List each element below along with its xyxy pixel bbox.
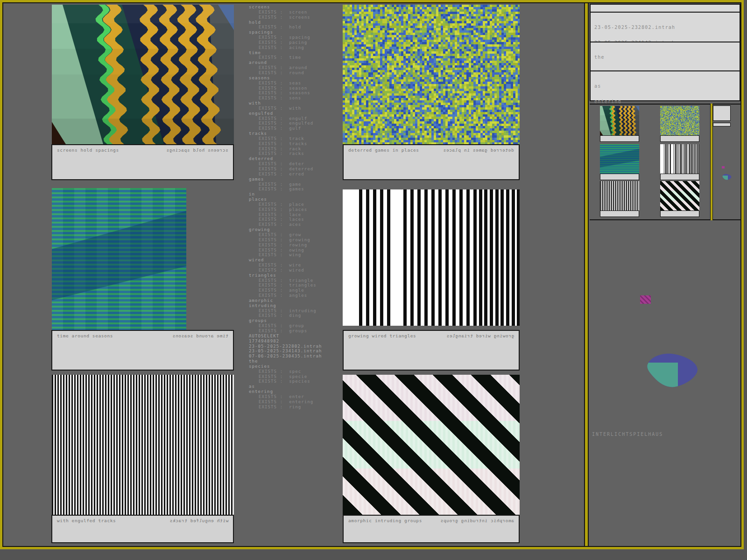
word-list-line: EXISTS : rack bbox=[249, 147, 342, 152]
thumbnail-4[interactable] bbox=[660, 144, 699, 174]
word-list-line: EXISTS : place bbox=[249, 202, 342, 207]
word-list-line: EXISTS : engulf bbox=[249, 116, 342, 121]
barcode-canvas bbox=[343, 189, 520, 326]
thumbnail-4-art bbox=[660, 144, 699, 174]
artwork-image-5 bbox=[52, 375, 234, 515]
word-list-line: groups bbox=[249, 318, 342, 323]
word-list-line: EXISTS : racks bbox=[249, 151, 342, 156]
species-line: the bbox=[594, 55, 736, 60]
word-list-line: EXISTS : engulfed bbox=[249, 121, 342, 126]
caption-text-mirrored: screens hold spacings bbox=[166, 147, 228, 153]
word-list-line: EXISTS : game bbox=[249, 182, 342, 187]
noise-canvas bbox=[343, 5, 520, 144]
word-list-line: around bbox=[249, 60, 342, 65]
word-list-line: EXISTS : triangles bbox=[249, 283, 342, 288]
word-list-line: the bbox=[249, 359, 342, 364]
word-list-line: EXISTS : groups bbox=[249, 329, 342, 334]
word-list-line: entering bbox=[249, 389, 342, 394]
entering-box: as entering bbox=[590, 70, 740, 101]
minimap-magenta-square bbox=[722, 166, 725, 168]
main-window: screens hold spacings screens hold spaci… bbox=[0, 0, 744, 549]
artwork-caption-2: deterred games in places deterred games … bbox=[343, 144, 520, 180]
caption-text: with engulfed tracks bbox=[57, 518, 116, 523]
word-list-line: EXISTS : growing bbox=[249, 238, 342, 243]
word-list-line: EXISTS : intruding bbox=[249, 308, 342, 314]
word-list-line: EXISTS : seas bbox=[249, 81, 342, 86]
caption-text-mirrored: deterred games in places bbox=[443, 147, 514, 153]
sidebar-divider bbox=[584, 3, 589, 546]
word-list-line: EXISTS : screens bbox=[249, 15, 342, 20]
thumbnail-5-caption bbox=[600, 210, 639, 217]
thumbnail-2-caption bbox=[660, 135, 699, 142]
word-list-line: wired bbox=[249, 258, 342, 263]
word-list-line: EXISTS : wire bbox=[249, 263, 342, 268]
word-list-line: EXISTS : hold bbox=[249, 25, 342, 30]
word-list-line: EXISTS : angles bbox=[249, 293, 342, 298]
word-list-line: EXISTS : grow bbox=[249, 232, 342, 238]
minimap-blob-shape bbox=[722, 174, 732, 180]
word-list-line: EXISTS : ring bbox=[249, 405, 342, 410]
word-list-line: EXISTS : enter bbox=[249, 394, 342, 399]
word-list-line: EXISTS : places bbox=[249, 207, 342, 212]
thumbnail-6[interactable] bbox=[660, 181, 699, 210]
word-list-line: EXISTS : owing bbox=[249, 248, 342, 253]
artwork-caption-1: screens hold spacings screens hold spaci… bbox=[51, 144, 234, 180]
thumbnail-2[interactable] bbox=[660, 106, 699, 135]
word-list-line: EXISTS : group bbox=[249, 323, 342, 329]
word-list-line: EXISTS : rowing bbox=[249, 243, 342, 248]
word-list-line: species bbox=[249, 364, 342, 369]
word-list-line: with bbox=[249, 101, 342, 106]
word-list-line: EXISTS : with bbox=[249, 106, 342, 111]
app-root: { "window": {"frame_color":"#b2a30d","ca… bbox=[0, 0, 747, 560]
word-list-line: EXISTS : species bbox=[249, 379, 342, 384]
minimap-divider-line bbox=[710, 104, 713, 220]
caption-text: screens hold spacings bbox=[57, 147, 119, 153]
word-list-line: places bbox=[249, 197, 342, 202]
word-list-line: EXISTS : acing bbox=[249, 45, 342, 50]
artwork-caption-3: time around seasons time around seasons bbox=[51, 330, 234, 371]
thumbnail-2-art bbox=[660, 106, 699, 135]
word-list-line: EXISTS : deter bbox=[249, 161, 342, 167]
file-item[interactable]: 23-05-2025-232802.intrah bbox=[594, 25, 736, 30]
artwork-image-3 bbox=[52, 188, 186, 330]
word-list-line: intruding bbox=[249, 303, 342, 308]
thumbnail-4-caption bbox=[660, 174, 699, 180]
minimap-header-box bbox=[713, 105, 731, 121]
word-list-line: EXISTS : aces bbox=[249, 222, 342, 227]
word-list-line: EXISTS : round bbox=[249, 70, 342, 76]
thumbnail-5[interactable] bbox=[600, 181, 639, 210]
minimap-strip bbox=[713, 123, 731, 126]
artwork-caption-6: amorphic intruding groups amorphic intru… bbox=[343, 515, 520, 543]
caption-text: growing wired triangles bbox=[348, 333, 416, 338]
word-list-line: EXISTS : time bbox=[249, 55, 342, 60]
caption-text-mirrored: time around seasons bbox=[172, 333, 228, 338]
artwork-image-2 bbox=[343, 5, 520, 144]
footer-title: INTERLICHTSPIELHAUS bbox=[592, 432, 663, 437]
word-list-line: EXISTS : games bbox=[249, 187, 342, 192]
word-list-line: EXISTS : specie bbox=[249, 374, 342, 379]
word-list-line: 23-05-2025-232802.intrah bbox=[249, 344, 342, 349]
word-list-line: EXISTS : wired bbox=[249, 268, 342, 273]
word-list-line: AUTOSELEKT bbox=[249, 334, 342, 339]
word-list-line: triangles bbox=[249, 273, 342, 278]
word-list-line: EXISTS : angle bbox=[249, 288, 342, 293]
thumbnail-1-art bbox=[600, 106, 639, 135]
thumbnail-3[interactable] bbox=[600, 144, 639, 174]
artwork-image-6 bbox=[343, 375, 520, 515]
word-list-line: EXISTS : entering bbox=[249, 399, 342, 405]
artwork-caption-4: growing wired triangles growing wired tr… bbox=[343, 330, 520, 371]
word-list-line: EXISTS : around bbox=[249, 65, 342, 70]
caption-text: deterred games in places bbox=[348, 147, 419, 153]
blob-shape bbox=[646, 352, 699, 387]
word-list-line: EXISTS : gulf bbox=[249, 126, 342, 131]
caption-text-mirrored: growing wired triangles bbox=[446, 333, 514, 338]
word-list-line: EXISTS : screen bbox=[249, 10, 342, 15]
thumbnail-1[interactable] bbox=[600, 106, 639, 135]
word-list-line: hold bbox=[249, 20, 342, 25]
word-list-line: EXISTS : triangle bbox=[249, 278, 342, 283]
thumbnail-3-caption bbox=[600, 174, 639, 180]
word-list-line: seasons bbox=[249, 76, 342, 81]
word-list-line: EXISTS : track bbox=[249, 136, 342, 141]
wavy-artwork-svg bbox=[52, 5, 234, 144]
caption-text: time around seasons bbox=[57, 333, 113, 338]
